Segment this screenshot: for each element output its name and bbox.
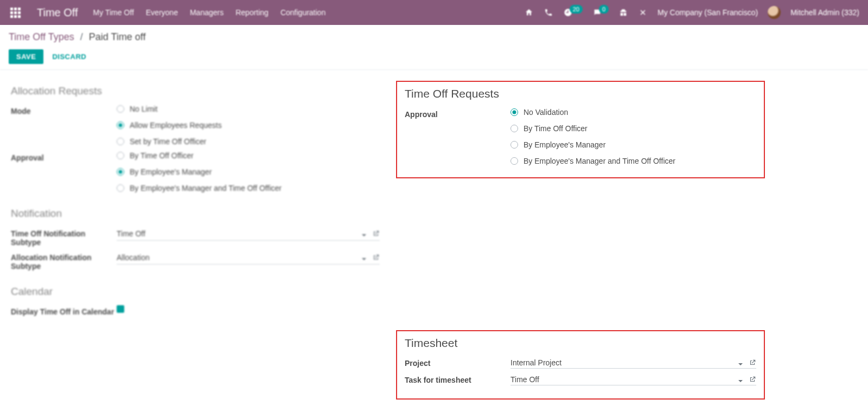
external-link-icon[interactable]	[749, 376, 756, 383]
radio-mode-set-by-officer[interactable]: Set by Time Off Officer	[117, 137, 380, 146]
label-notif-timeoff: Time Off Notification Subtype	[11, 227, 117, 247]
right-column: Time Off Requests Approval No Validation…	[391, 81, 770, 412]
section-time-off-requests: Time Off Requests	[405, 87, 756, 100]
close-icon[interactable]	[638, 8, 648, 17]
nav-reporting[interactable]: Reporting	[235, 8, 269, 17]
breadcrumb-parent[interactable]: Time Off Types	[9, 31, 74, 42]
radio-alloc-approval-manager[interactable]: By Employee's Manager	[117, 168, 380, 176]
avatar[interactable]	[768, 6, 781, 19]
svg-rect-2	[18, 8, 21, 10]
user-menu[interactable]: Mitchell Admin (332)	[790, 8, 859, 17]
left-column: Allocation Requests Mode No Limit Allow …	[5, 81, 385, 412]
radio-alloc-approval-both[interactable]: By Employee's Manager and Time Off Offic…	[117, 184, 380, 192]
svg-rect-1	[14, 8, 17, 10]
radio-req-by-manager[interactable]: By Employee's Manager	[510, 140, 756, 149]
apps-icon[interactable]	[9, 6, 22, 19]
svg-rect-7	[14, 15, 17, 18]
chevron-down-icon	[738, 360, 743, 365]
select-task[interactable]: Time Off	[510, 374, 756, 385]
external-link-icon[interactable]	[372, 230, 380, 237]
checkbox-display-in-calendar[interactable]	[117, 305, 124, 313]
clock-badge-count: 20	[570, 5, 583, 14]
nav-everyone[interactable]: Everyone	[146, 8, 178, 17]
phone-icon[interactable]	[544, 8, 553, 17]
label-display-in-calendar: Display Time Off in Calendar	[11, 305, 117, 316]
select-notif-timeoff[interactable]: Time Off	[117, 227, 380, 241]
label-project: Project	[405, 359, 510, 368]
section-allocation-requests: Allocation Requests	[11, 85, 380, 97]
radio-mode-no-limit[interactable]: No Limit	[117, 105, 380, 113]
breadcrumb: Time Off Types / Paid Time off	[9, 31, 859, 43]
nav-configuration[interactable]: Configuration	[280, 8, 326, 17]
nav-managers[interactable]: Managers	[190, 8, 224, 17]
radio-mode-allow-employees[interactable]: Allow Employees Requests	[117, 121, 380, 130]
breadcrumb-current: Paid Time off	[89, 31, 146, 42]
svg-rect-5	[18, 11, 21, 14]
svg-rect-8	[18, 15, 21, 18]
radio-req-no-validation[interactable]: No Validation	[510, 108, 756, 117]
form-body: Allocation Requests Mode No Limit Allow …	[0, 70, 868, 412]
highlight-time-off-requests: Time Off Requests Approval No Validation…	[396, 81, 765, 178]
chevron-down-icon	[361, 255, 367, 260]
external-link-icon[interactable]	[749, 359, 756, 366]
label-alloc-approval: Approval	[11, 151, 117, 162]
section-calendar: Calendar	[11, 286, 380, 298]
chevron-down-icon	[738, 377, 743, 382]
section-notification: Notification	[11, 208, 380, 220]
nav-menu: My Time Off Everyone Managers Reporting …	[93, 8, 326, 17]
chevron-down-icon	[361, 231, 367, 236]
label-notif-allocation: Allocation Notification Subtype	[11, 251, 117, 271]
nav-right: 20 0 My Company (San Francisco) Mitchell…	[524, 6, 859, 19]
company-switcher[interactable]: My Company (San Francisco)	[658, 8, 758, 17]
highlight-timesheet: Timesheet Project Internal Project Task …	[396, 330, 765, 400]
svg-rect-0	[10, 8, 13, 10]
section-timesheet: Timesheet	[405, 337, 756, 350]
breadcrumb-sep: /	[80, 31, 83, 42]
svg-rect-6	[10, 15, 13, 18]
gift-icon[interactable]	[618, 8, 628, 17]
svg-rect-3	[10, 11, 13, 14]
svg-rect-4	[14, 11, 17, 14]
navbar: Time Off My Time Off Everyone Managers R…	[0, 0, 868, 25]
select-notif-allocation[interactable]: Allocation	[117, 251, 380, 265]
home-icon[interactable]	[524, 8, 534, 17]
nav-my-time-off[interactable]: My Time Off	[93, 8, 134, 17]
radio-req-by-both[interactable]: By Employee's Manager and Time Off Offic…	[510, 157, 756, 165]
label-req-approval: Approval	[405, 108, 510, 119]
app-brand[interactable]: Time Off	[37, 7, 78, 19]
external-link-icon[interactable]	[372, 254, 380, 261]
select-project[interactable]: Internal Project	[510, 357, 756, 369]
label-task: Task for timesheet	[405, 376, 510, 384]
radio-alloc-approval-officer[interactable]: By Time Off Officer	[117, 151, 380, 160]
label-mode: Mode	[11, 105, 117, 115]
chat-badge-count: 0	[599, 5, 609, 14]
discard-button[interactable]: DISCARD	[52, 53, 86, 61]
control-panel: Time Off Types / Paid Time off SAVE DISC…	[0, 25, 868, 70]
save-button[interactable]: SAVE	[9, 49, 43, 64]
radio-req-by-officer[interactable]: By Time Off Officer	[510, 124, 756, 133]
chat-badge[interactable]: 0	[592, 8, 609, 17]
clock-badge[interactable]: 20	[563, 8, 583, 17]
